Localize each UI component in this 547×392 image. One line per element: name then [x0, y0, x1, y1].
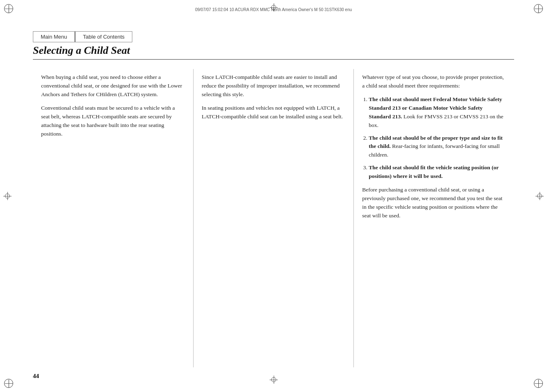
col2-para1: Since LATCH-compatible child seats are e… — [202, 73, 346, 99]
nav-bar: Main Menu Table of Contents — [33, 31, 132, 42]
requirement-3: The child seat should fit the vehicle se… — [369, 164, 506, 181]
column-1: When buying a child seat, you need to ch… — [33, 69, 194, 367]
page: 09/07/07 15:02:04 10 ACURA RDX MMC North… — [0, 0, 547, 392]
column-2: Since LATCH-compatible child seats are e… — [194, 69, 354, 367]
corner-registration-tr — [534, 4, 543, 13]
req3-bold: The child seat should fit the vehicle se… — [369, 164, 499, 179]
left-crosshair — [3, 192, 12, 200]
requirement-1: The child seat should meet Federal Motor… — [369, 95, 506, 130]
print-metadata: 09/07/07 15:02:04 10 ACURA RDX MMC North… — [33, 7, 514, 12]
corner-registration-bl — [4, 379, 13, 388]
right-crosshair — [535, 192, 544, 200]
requirement-2: The child seat should be of the proper t… — [369, 134, 506, 160]
bottom-crosshair — [270, 376, 278, 384]
col1-para1: When buying a child seat, you need to ch… — [41, 73, 185, 99]
page-title-area: Selecting a Child Seat — [33, 44, 514, 60]
content-area: When buying a child seat, you need to ch… — [33, 69, 514, 367]
toc-button[interactable]: Table of Contents — [75, 31, 132, 42]
requirements-list: The child seat should meet Federal Motor… — [362, 95, 506, 181]
col1-para2: Conventional child seats must be secured… — [41, 104, 185, 138]
col3-conclusion: Before purchasing a conventional child s… — [362, 186, 506, 220]
page-title: Selecting a Child Seat — [33, 44, 514, 60]
col3-intro: Whatever type of seat you choose, to pro… — [362, 73, 506, 90]
corner-registration-tl — [4, 4, 13, 13]
main-menu-button[interactable]: Main Menu — [33, 31, 74, 42]
corner-registration-br — [534, 379, 543, 388]
col2-para2: In seating positions and vehicles not eq… — [202, 104, 346, 121]
column-3: Whatever type of seat you choose, to pro… — [354, 69, 514, 367]
page-number: 44 — [33, 373, 39, 380]
